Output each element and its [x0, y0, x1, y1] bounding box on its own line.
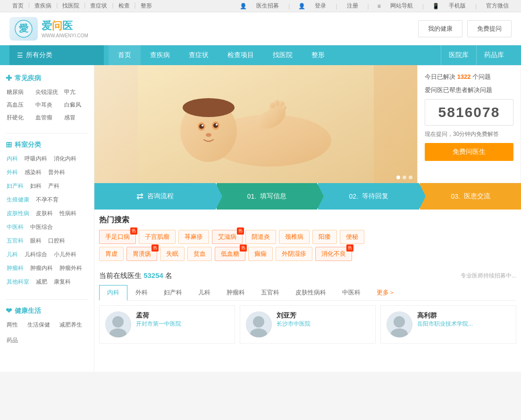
hot-tag-14[interactable]: 外阴湿疹	[276, 247, 312, 261]
hot-tag-13[interactable]: 癫痫	[248, 247, 273, 261]
doctor-recruit-link[interactable]: 医生招募	[256, 2, 279, 10]
nav-symptom[interactable]: 查症状	[179, 45, 218, 65]
dept-obstet[interactable]: 产科	[45, 180, 62, 192]
disease-cirrhosis[interactable]: 肝硬化	[4, 112, 33, 124]
health-life-care[interactable]: 生活保健	[25, 319, 53, 331]
dept-surgery[interactable]: 外科	[4, 167, 21, 178]
dept-derm[interactable]: 皮肤性病	[4, 208, 32, 219]
health-drug[interactable]: 药品	[4, 335, 21, 346]
disease-hypertension[interactable]: 高血压	[4, 99, 33, 111]
ask-doctor-btn[interactable]: 免费问医生	[425, 143, 513, 161]
disease-condyloma[interactable]: 尖锐湿疣	[33, 86, 61, 98]
hot-tag-5[interactable]: 颈椎病	[279, 230, 310, 244]
doctors-recruit[interactable]: 专业医师持续招募中...	[461, 272, 516, 280]
dept-infertility[interactable]: 不孕不育	[33, 194, 61, 206]
hot-tag-0[interactable]: 热 手足口病	[99, 230, 136, 244]
top-bar: 首页 | 查疾病 | 找医院 | 查症状 | 检查 | 整形 👤 医生招募 | …	[0, 0, 521, 12]
dept-peds-comp[interactable]: 儿科综合	[22, 249, 50, 260]
tab-obgyn[interactable]: 妇产科	[156, 285, 190, 300]
dept-rehab[interactable]: 康复科	[51, 276, 74, 288]
hot-tag-1[interactable]: 子宫肌瘤	[139, 230, 176, 244]
nav-drug-db[interactable]: 药品库	[476, 45, 512, 65]
hot-tag-4[interactable]: 阴道炎	[245, 230, 276, 244]
hot-tag-7[interactable]: 便秘	[340, 230, 364, 244]
nav-home[interactable]: 首页	[109, 45, 141, 65]
my-health-button[interactable]: 我的健康	[418, 20, 462, 37]
dept-repro[interactable]: 生殖健康	[4, 194, 32, 206]
disease-diabetes[interactable]: 糖尿病	[4, 86, 33, 98]
topnav-home[interactable]: 首页	[12, 2, 24, 10]
hot-tag-9[interactable]: 热 胃溃疡	[126, 247, 157, 261]
doctor-card-0[interactable]: 孟荷 开封市第一中医院	[99, 305, 235, 344]
dept-tcm-comp[interactable]: 中医综合	[27, 221, 56, 233]
topnav-exam[interactable]: 检查	[118, 2, 130, 10]
disease-hemangioma[interactable]: 血管瘤	[33, 112, 61, 124]
health-weight[interactable]: 减肥养生	[57, 319, 85, 331]
dept-obgyn[interactable]: 妇产科	[4, 180, 26, 192]
slider-dot-2[interactable]	[403, 176, 406, 179]
slider-dot-1[interactable]	[396, 176, 400, 179]
disease-otitis[interactable]: 中耳炎	[33, 99, 61, 111]
slider-dot-3[interactable]	[409, 176, 412, 179]
tab-surgery[interactable]: 外科	[127, 285, 156, 300]
hot-tag-6[interactable]: 阳痿	[312, 230, 337, 244]
nav-hospital[interactable]: 找医院	[263, 45, 302, 65]
dept-infect[interactable]: 感染科	[22, 167, 44, 178]
health-sex[interactable]: 两性	[4, 319, 21, 331]
nav-exam[interactable]: 检查项目	[218, 45, 263, 65]
tab-ent[interactable]: 五官科	[253, 285, 287, 300]
wechat-link[interactable]: 官方微信	[486, 2, 509, 10]
topnav-symptom[interactable]: 查症状	[90, 2, 107, 10]
hot-tag-3[interactable]: 热 艾滋病	[212, 230, 243, 244]
hot-tag-8[interactable]: 胃虚	[99, 247, 124, 261]
logo[interactable]: 愛 爱问医 WWW.AIWENYI.COM	[9, 17, 88, 41]
disease-vitiligo[interactable]: 白癜风	[61, 99, 90, 111]
dept-peds-surg[interactable]: 小儿外科	[51, 249, 79, 260]
topnav-hospital[interactable]: 找医院	[62, 2, 79, 10]
hot-tag-11[interactable]: 贫血	[187, 247, 212, 261]
dept-onco[interactable]: 肿瘤科	[4, 262, 26, 274]
login-link[interactable]: 登录	[315, 2, 326, 10]
nav-disease[interactable]: 查疾病	[141, 45, 179, 65]
disease-cold[interactable]: 感冒	[61, 112, 90, 124]
tab-peds[interactable]: 儿科	[190, 285, 218, 300]
topnav-disease[interactable]: 查疾病	[34, 2, 51, 10]
nav-hospital-db[interactable]: 医院库	[441, 45, 476, 65]
tab-more[interactable]: 更多＞	[369, 285, 403, 300]
tab-tcm[interactable]: 中医科	[334, 285, 369, 300]
dept-internal[interactable]: 内科	[4, 153, 21, 165]
dept-tcm[interactable]: 中医科	[4, 221, 26, 233]
dept-onco-med[interactable]: 肿瘤内科	[27, 262, 56, 274]
hot-tag-15[interactable]: 热 消化不良	[315, 247, 352, 261]
disease-hyperthyroid[interactable]: 甲亢	[61, 86, 90, 98]
tab-internal[interactable]: 内科	[99, 285, 127, 301]
site-nav-link[interactable]: 网站导航	[390, 2, 413, 10]
dept-other[interactable]: 其他科室	[4, 276, 32, 288]
hero-slider[interactable]	[94, 65, 417, 183]
dept-eye[interactable]: 眼科	[27, 235, 44, 247]
all-categories-btn[interactable]: ☰ 所有分类	[9, 45, 104, 65]
dept-slimming[interactable]: 减肥	[33, 276, 50, 288]
register-link[interactable]: 注册	[347, 2, 358, 10]
dept-ent[interactable]: 五官科	[4, 235, 26, 247]
dept-onco-surg[interactable]: 肿瘤外科	[57, 262, 85, 274]
mobile-link[interactable]: 手机版	[449, 2, 466, 10]
dept-std[interactable]: 性病科	[57, 208, 79, 219]
dept-resp[interactable]: 呼吸内科	[22, 153, 50, 165]
dept-general-surg[interactable]: 普外科	[45, 167, 68, 178]
tab-onco[interactable]: 肿瘤科	[218, 285, 253, 300]
hot-tag-10[interactable]: 失眠	[160, 247, 185, 261]
dept-dental[interactable]: 口腔科	[45, 235, 68, 247]
topnav-plastic[interactable]: 整形	[141, 2, 152, 10]
dept-peds[interactable]: 儿科	[4, 249, 21, 260]
doctor-card-1[interactable]: 刘亚芳 长沙市中医院	[240, 305, 376, 344]
nav-plastic[interactable]: 整形	[302, 45, 334, 65]
hot-tag-2[interactable]: 荨麻疹	[178, 230, 209, 244]
hot-tag-12[interactable]: 热 低血糖	[215, 247, 245, 261]
dept-digest[interactable]: 消化内科	[51, 153, 79, 165]
free-ask-button[interactable]: 免费提问	[467, 20, 512, 37]
dept-skin[interactable]: 皮肤科	[33, 208, 56, 219]
tab-derm[interactable]: 皮肤性病科	[287, 285, 334, 300]
dept-gyne[interactable]: 妇科	[27, 180, 44, 192]
doctor-card-2[interactable]: 高利群 岳阳市职业技术学院...	[380, 305, 516, 344]
